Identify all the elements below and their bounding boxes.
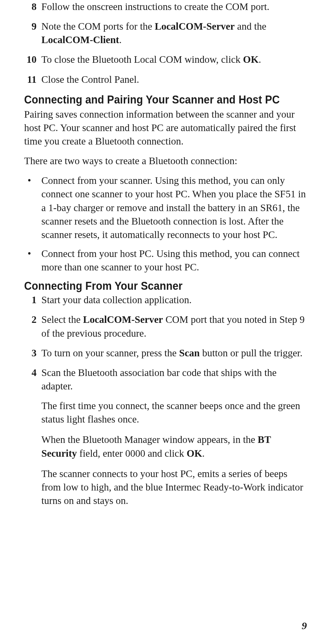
paragraph: There are two ways to create a Bluetooth… xyxy=(24,154,307,168)
step-text: Select the LocalCOM-Server COM port that… xyxy=(41,313,307,340)
bullet-icon: • xyxy=(24,247,41,274)
step-10: 10 To close the Bluetooth Local COM wind… xyxy=(24,53,307,66)
step-text: To close the Bluetooth Local COM window,… xyxy=(41,53,307,66)
heading-connecting-from-scanner: Connecting From Your Scanner xyxy=(24,279,284,293)
list-item-text: Connect from your host PC. Using this me… xyxy=(41,247,307,274)
step-number: 10 xyxy=(24,53,41,66)
step-text: Scan the Bluetooth association bar code … xyxy=(41,366,307,393)
step-text: To turn on your scanner, press the Scan … xyxy=(41,346,307,360)
step-1: 1 Start your data collection application… xyxy=(24,293,307,307)
paragraph: Pairing saves connection information bet… xyxy=(24,108,307,148)
step-8: 8 Follow the onscreen instructions to cr… xyxy=(24,0,307,13)
step-number: 2 xyxy=(24,313,41,340)
list-item: • Connect from your host PC. Using this … xyxy=(24,247,307,274)
step-text: Close the Control Panel. xyxy=(41,73,307,86)
step-number: 4 xyxy=(24,366,41,393)
step-11: 11 Close the Control Panel. xyxy=(24,73,307,86)
sub-paragraph: The scanner connects to your host PC, em… xyxy=(41,467,307,507)
page-number: 9 xyxy=(302,620,307,632)
list-item: • Connect from your scanner. Using this … xyxy=(24,174,307,241)
heading-connecting-pairing: Connecting and Pairing Your Scanner and … xyxy=(24,93,284,106)
step-text: Start your data collection application. xyxy=(41,293,307,307)
step-9: 9 Note the COM ports for the LocalCOM-Se… xyxy=(24,20,307,47)
list-item-text: Connect from your scanner. Using this me… xyxy=(41,174,307,241)
step-text: Note the COM ports for the LocalCOM-Serv… xyxy=(41,20,307,47)
document-page: 8 Follow the onscreen instructions to cr… xyxy=(24,0,307,507)
step-4: 4 Scan the Bluetooth association bar cod… xyxy=(24,366,307,393)
bullet-list: • Connect from your scanner. Using this … xyxy=(24,174,307,274)
step-number: 3 xyxy=(24,346,41,360)
step-number: 8 xyxy=(24,0,41,13)
step-number: 9 xyxy=(24,20,41,47)
sub-paragraph: When the Bluetooth Manager window appear… xyxy=(41,433,307,460)
step-3: 3 To turn on your scanner, press the Sca… xyxy=(24,346,307,360)
step-number: 11 xyxy=(24,73,41,86)
sub-paragraph: The first time you connect, the scanner … xyxy=(41,399,307,426)
step-text: Follow the onscreen instructions to crea… xyxy=(41,0,307,13)
bullet-icon: • xyxy=(24,174,41,241)
step-2: 2 Select the LocalCOM-Server COM port th… xyxy=(24,313,307,340)
step-number: 1 xyxy=(24,293,41,307)
